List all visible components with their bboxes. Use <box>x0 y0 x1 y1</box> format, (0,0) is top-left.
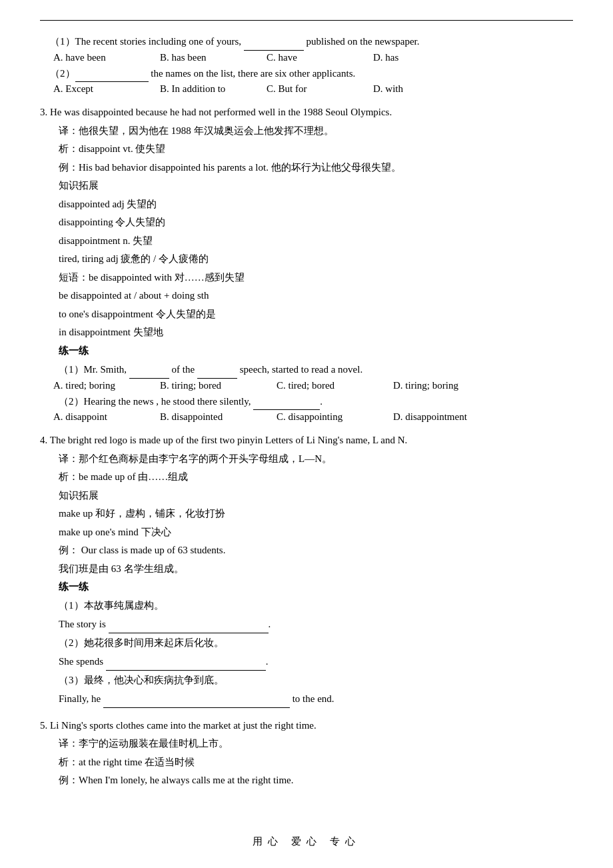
q2-optionA: A. Except <box>53 83 160 95</box>
q1-optionD: D. has <box>373 52 480 63</box>
footer-text: 用心 爱心 专心 <box>253 836 360 847</box>
s5-number: 5. <box>40 720 50 731</box>
s3-expand-3: disappointment n. 失望 <box>40 233 573 250</box>
q2-optionD: D. with <box>373 83 480 95</box>
s3-xi: 析：disappoint vt. 使失望 <box>40 141 573 158</box>
s4-p2-eng: She spends . <box>40 653 573 671</box>
q1-optionB: B. has been <box>160 52 267 63</box>
section-2-sub: （1）The recent stories including one of y… <box>40 33 573 95</box>
s4-main-text: The bright red logo is made up of the fi… <box>50 435 408 445</box>
top-divider <box>40 20 573 21</box>
s4-p1-cn: （1）本故事纯属虚构。 <box>40 597 573 615</box>
s3-p1-line: （1）Mr. Smith, of the speech, started to … <box>40 361 573 379</box>
q2-options-row: A. Except B. In addition to C. But for D… <box>40 83 573 95</box>
s4-expand-2: make up one's mind 下决心 <box>40 524 573 541</box>
q2-optionB: B. In addition to <box>160 83 267 95</box>
s5-xi: 析：at the right time 在适当时候 <box>40 754 573 771</box>
s3-p2-optD: D. disappointment <box>393 411 510 423</box>
s3-p2-optC: C. disappointing <box>277 411 393 423</box>
q2-optionC: C. But for <box>267 83 373 95</box>
page: （1）The recent stories including one of y… <box>0 0 613 868</box>
s3-main: 3. He was disappointed because he had no… <box>40 104 573 121</box>
s3-p2-blank <box>253 393 320 411</box>
s4-zhi: 译：那个红色商标是由李宁名字的两个开头字母组成，L—N。 <box>40 451 573 468</box>
s3-p1-optD: D. tiring; boring <box>393 380 510 391</box>
s3-p1-options: A. tired; boring B. tiring; bored C. tir… <box>40 380 573 391</box>
s3-p1-optB: B. tiring; bored <box>160 380 277 391</box>
s4-main: 4. The bright red logo is made up of the… <box>40 432 573 449</box>
s4-p1-eng: The story is . <box>40 615 573 633</box>
q1-line: （1）The recent stories including one of y… <box>40 33 573 51</box>
s5-li: 例：When I'm lonely, he always calls me at… <box>40 772 573 789</box>
q1-optionA: A. have been <box>53 52 160 63</box>
s3-expand-7: to one's disappointment 令人失望的是 <box>40 306 573 323</box>
s4-p3-eng: Finally, he to the end. <box>40 690 573 708</box>
s4-number: 4. <box>40 435 50 445</box>
s3-practice-label: 练一练 <box>40 343 573 360</box>
q1-optionC: C. have <box>267 52 373 63</box>
s3-p2-options: A. disappoint B. disappointed C. disappo… <box>40 411 573 423</box>
s3-expand-5: 短语：be disappointed with 对……感到失望 <box>40 269 573 287</box>
q2-blank <box>75 65 149 83</box>
s3-li: 例：His bad behavior disappointed his pare… <box>40 159 573 177</box>
q1-blank <box>244 33 304 51</box>
s3-expand-8: in disappointment 失望地 <box>40 324 573 341</box>
s3-p1-optC: C. tired; bored <box>277 380 393 391</box>
s5-zhi: 译：李宁的运动服装在最佳时机上市。 <box>40 735 573 753</box>
q2-text: （2） the names on the list, there are six… <box>50 68 355 79</box>
s4-p1-blank <box>109 615 269 633</box>
s5-main-text: Li Ning's sports clothes came into the m… <box>50 720 316 731</box>
section-3: 3. He was disappointed because he had no… <box>40 104 573 423</box>
s3-zhi: 译：他很失望，因为他在 1988 年汉城奥运会上他发挥不理想。 <box>40 123 573 140</box>
s3-expand-1: disappointed adj 失望的 <box>40 196 573 213</box>
s3-p2-optB: B. disappointed <box>160 411 277 423</box>
s4-practice-label: 练一练 <box>40 579 573 596</box>
section-4: 4. The bright red logo is made up of the… <box>40 432 573 708</box>
s3-expand-4: tired, tiring adj 疲惫的 / 令人疲倦的 <box>40 251 573 268</box>
s5-main: 5. Li Ning's sports clothes came into th… <box>40 717 573 735</box>
s3-p2-line: （2）Hearing the news , he stood there sil… <box>40 393 573 411</box>
s4-expand-1: make up 和好，虚构，铺床，化妆打扮 <box>40 505 573 523</box>
s3-number: 3. <box>40 107 50 117</box>
s3-p1-blank2 <box>197 361 237 379</box>
s3-p1-optA: A. tired; boring <box>53 380 160 391</box>
s3-main-text: He was disappointed because he had not p… <box>50 107 392 117</box>
s4-p2-blank <box>106 653 266 671</box>
s4-p3-cn: （3）最终，他决心和疾病抗争到底。 <box>40 672 573 689</box>
s3-expand-2: disappointing 令人失望的 <box>40 214 573 231</box>
s4-xi: 析：be made up of 由……组成 <box>40 469 573 486</box>
footer: 用心 爱心 专心 <box>0 835 613 848</box>
q2-line: （2） the names on the list, there are six… <box>40 65 573 83</box>
s4-expand-li2: 我们班是由 63 名学生组成。 <box>40 561 573 578</box>
s3-p2-optA: A. disappoint <box>53 411 160 423</box>
s4-p3-blank <box>103 690 290 708</box>
s4-expand-label: 知识拓展 <box>40 487 573 505</box>
s3-expand-6: be disappointed at / about + doing sth <box>40 287 573 305</box>
s3-p1-blank1 <box>129 361 169 379</box>
s4-expand-li: 例： Our class is made up of 63 students. <box>40 542 573 559</box>
s3-expand-label: 知识拓展 <box>40 177 573 195</box>
section-5: 5. Li Ning's sports clothes came into th… <box>40 717 573 789</box>
q1-text: （1）The recent stories including one of y… <box>50 36 419 47</box>
s4-p2-cn: （2）她花很多时间用来起床后化妆。 <box>40 635 573 652</box>
q1-options-row: A. have been B. has been C. have D. has <box>40 52 573 63</box>
